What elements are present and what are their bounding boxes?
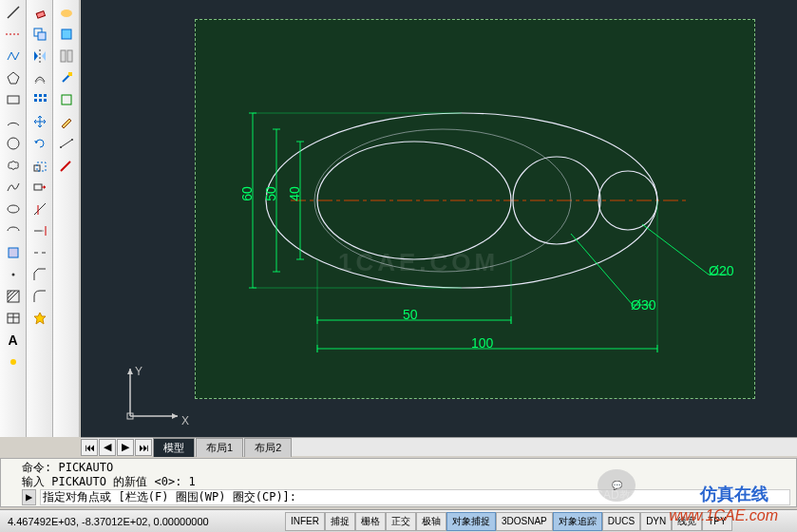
status-dyn[interactable]: DYN: [640, 512, 672, 531]
move-tool[interactable]: [29, 111, 50, 132]
insert-block-tool[interactable]: [3, 242, 24, 263]
arc-tool[interactable]: [3, 111, 24, 132]
selection-window: 60 50 40 50 100 Ø30 Ø20 1CAE.COM: [195, 19, 755, 399]
mirror-tool[interactable]: [29, 46, 50, 66]
tab-layout2[interactable]: 布局2: [244, 438, 292, 457]
status-osnap[interactable]: 对象捕捉: [446, 512, 496, 531]
svg-rect-45: [67, 50, 72, 62]
fillet-tool[interactable]: [29, 286, 50, 307]
command-history: 命令: PICKAUTO 输入 PICKAUTO 的新值 <0>: 1 ▶ 指定…: [0, 458, 797, 507]
svg-rect-18: [38, 32, 46, 40]
cmd-history-line2: 输入 PICKAUTO 的新值 <0>: 1: [22, 475, 790, 489]
svg-rect-43: [62, 29, 71, 39]
copy-tool[interactable]: [29, 24, 50, 45]
status-tpy[interactable]: TPY: [702, 512, 731, 531]
point-tool[interactable]: [3, 264, 24, 285]
scale-tool[interactable]: [29, 155, 50, 176]
text-tool[interactable]: A: [3, 330, 24, 351]
polyline-tool[interactable]: [3, 46, 24, 66]
status-lwt[interactable]: 线宽: [672, 512, 702, 531]
misc-toolbar: [53, 0, 80, 437]
properties-icon[interactable]: [56, 46, 77, 66]
svg-point-7: [11, 274, 14, 276]
dim-40: 40: [287, 186, 302, 201]
svg-marker-20: [42, 51, 46, 61]
status-polar[interactable]: 极轴: [416, 512, 446, 531]
explode-tool[interactable]: [29, 308, 50, 329]
construction-line-tool[interactable]: [3, 24, 24, 45]
svg-line-48: [61, 140, 72, 147]
rotate-tool[interactable]: [29, 133, 50, 154]
circle-tool[interactable]: [3, 133, 24, 154]
svg-rect-3: [8, 96, 19, 104]
dim-dia20: Ø20: [709, 263, 733, 278]
svg-line-79: [642, 224, 709, 275]
match-properties-icon[interactable]: [56, 67, 77, 88]
status-infer[interactable]: INFER: [285, 512, 325, 531]
revision-cloud-tool[interactable]: [3, 155, 24, 176]
array-tool[interactable]: [29, 89, 50, 110]
status-3dosnap[interactable]: 3DOSNAP: [496, 512, 553, 531]
svg-marker-84: [127, 369, 133, 374]
break-tool[interactable]: [29, 242, 50, 263]
svg-point-5: [8, 205, 19, 213]
svg-point-50: [71, 139, 73, 141]
erase-tool[interactable]: [29, 2, 50, 23]
chamfer-tool[interactable]: [29, 264, 50, 285]
tab-model[interactable]: 模型: [153, 438, 195, 457]
extend-tool[interactable]: [29, 220, 50, 241]
svg-line-9: [8, 291, 11, 294]
tab-first-icon[interactable]: ⏮: [81, 439, 98, 456]
status-ortho[interactable]: 正交: [386, 512, 416, 531]
cursor-coordinates: 4.467492E+03, -8.37012E+02, 0.00000000: [0, 516, 285, 527]
stretch-tool[interactable]: [29, 177, 50, 198]
status-snap[interactable]: 捕捉: [325, 512, 355, 531]
svg-point-49: [60, 146, 62, 148]
trim-tool[interactable]: [29, 199, 50, 219]
line-tool[interactable]: [3, 2, 24, 23]
svg-rect-22: [34, 94, 37, 97]
status-ducs[interactable]: DUCS: [602, 512, 640, 531]
ucs-x-label: X: [181, 414, 189, 428]
svg-point-4: [8, 138, 19, 149]
ucs-y-label: Y: [135, 365, 142, 378]
table-tool[interactable]: [3, 308, 24, 329]
offset-tool[interactable]: [29, 67, 50, 88]
ellipse-arc-tool[interactable]: [3, 220, 24, 241]
ellipse-tool[interactable]: [3, 199, 24, 219]
pencil2-icon[interactable]: [56, 155, 77, 176]
block-icon[interactable]: [56, 89, 77, 110]
status-grid[interactable]: 栅格: [355, 512, 386, 531]
tab-layout1[interactable]: 布局1: [196, 438, 243, 457]
model-space-canvas[interactable]: 60 50 40 50 100 Ø30 Ø20 1CAE.COM Y X: [81, 0, 797, 437]
pencil-icon[interactable]: [56, 111, 77, 132]
tab-last-icon[interactable]: ⏭: [135, 439, 152, 456]
tab-next-icon[interactable]: ▶: [117, 439, 134, 456]
status-bar: 4.467492E+03, -8.37012E+02, 0.00000000 I…: [0, 509, 797, 532]
spline-tool[interactable]: [3, 177, 24, 198]
svg-line-34: [34, 203, 46, 215]
dim-dia30: Ø30: [631, 297, 655, 313]
dim-50v: 50: [263, 186, 278, 201]
svg-rect-16: [36, 11, 45, 18]
tab-prev-icon[interactable]: ◀: [99, 439, 116, 456]
svg-point-15: [10, 359, 16, 365]
polygon-tool[interactable]: [3, 67, 24, 88]
svg-rect-25: [34, 99, 37, 102]
dim-100: 100: [471, 335, 493, 351]
layer-properties-icon[interactable]: [56, 24, 77, 45]
cloud-hatch-icon[interactable]: [56, 2, 77, 23]
svg-line-10: [8, 291, 15, 298]
command-input[interactable]: 指定对角点或 [栏选(F) 圈围(WP) 圈交(CP)]:: [40, 489, 790, 505]
measure-icon[interactable]: [56, 133, 77, 154]
cmd-history-line1: 命令: PICKAUTO: [22, 461, 790, 475]
svg-marker-28: [34, 141, 38, 143]
svg-marker-82: [172, 413, 178, 419]
svg-rect-47: [62, 95, 71, 104]
rectangle-tool[interactable]: [3, 89, 24, 110]
svg-marker-41: [34, 313, 46, 324]
status-otrack[interactable]: 对象追踪: [553, 512, 602, 531]
hatch-tool[interactable]: [3, 286, 24, 307]
svg-line-77: [571, 234, 633, 305]
add-selected-tool[interactable]: [3, 352, 24, 372]
